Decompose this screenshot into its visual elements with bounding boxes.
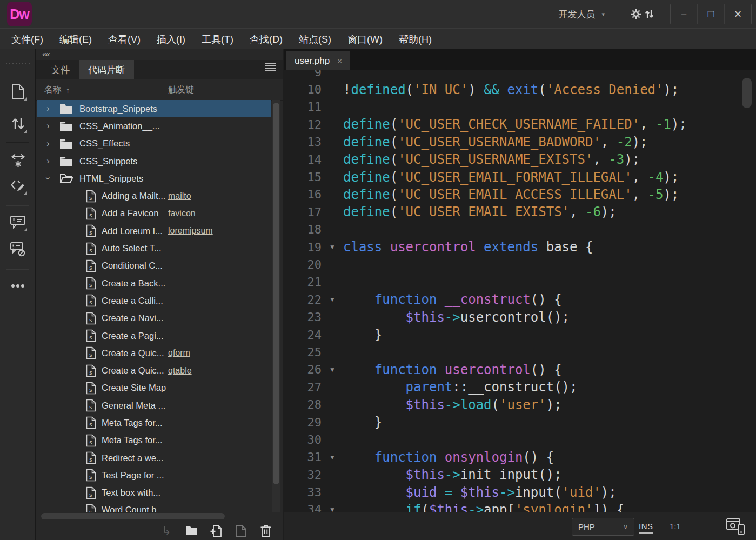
tree-item[interactable]: sCreate a Navi... <box>37 310 271 327</box>
fold-marker-icon[interactable]: ▼ <box>322 366 343 374</box>
minimize-button[interactable]: − <box>671 4 697 24</box>
tree-item[interactable]: sCreate a Pagi... <box>37 327 271 344</box>
tree-item-label: CSS_Animation__... <box>79 121 160 131</box>
code-view[interactable]: 910!defined('IN_UC') && exit('Access Den… <box>284 70 756 512</box>
tree-folder[interactable]: ›Bootstrap_Snippets <box>37 100 271 117</box>
tree-item[interactable]: sMeta Tags for... <box>37 414 271 431</box>
tab-files[interactable]: 文件 <box>42 60 79 79</box>
menu-file[interactable]: 文件(F) <box>3 33 51 46</box>
tree-item[interactable]: sWord Count b... <box>37 502 271 512</box>
tree-item[interactable]: sMeta Tags for... <box>37 432 271 449</box>
code-text: function __construct() { <box>343 292 562 307</box>
folder-icon <box>59 138 73 149</box>
collapse-panel-button[interactable]: «« <box>42 49 49 58</box>
document-tab[interactable]: user.php × <box>286 51 350 70</box>
edit-snippet-icon[interactable] <box>235 524 247 537</box>
tree-item[interactable]: sAuto Select T... <box>37 239 271 257</box>
snippet-file-icon: s <box>86 434 96 447</box>
insert-mode-toggle[interactable]: INS <box>639 522 653 534</box>
remove-comment-icon[interactable] <box>7 238 29 260</box>
tree-folder[interactable]: ›CSS_Animation__... <box>37 117 271 135</box>
tree-item-label: Create a Calli... <box>102 296 163 306</box>
tree-item[interactable]: sGeneral Meta ... <box>37 397 271 414</box>
code-text: define('UC_USER_CHECK_USERNAME_FAILED', … <box>343 117 687 132</box>
menu-view[interactable]: 查看(V) <box>100 33 149 46</box>
sync-settings-button[interactable] <box>626 7 658 21</box>
fold-marker-icon[interactable]: ▼ <box>322 454 343 461</box>
line-number: 33 <box>284 485 322 499</box>
menu-edit[interactable]: 编辑(E) <box>51 33 100 46</box>
tree-folder[interactable]: ›CSS_Snippets <box>37 152 271 170</box>
line-number: 23 <box>284 310 322 324</box>
tree-item[interactable]: sAdd a Faviconfavicon <box>37 205 271 222</box>
tree-item[interactable]: sCreate Site Map <box>37 379 271 397</box>
menu-insert[interactable]: 插入(I) <box>149 33 193 46</box>
tree-item-label: Meta Tags for... <box>102 435 163 445</box>
close-document-icon[interactable]: × <box>337 56 342 65</box>
menu-find[interactable]: 查找(D) <box>242 33 291 46</box>
chevron-down-icon[interactable]: › <box>43 174 53 183</box>
panel-menu-icon[interactable] <box>265 63 276 71</box>
fold-marker-icon[interactable]: ▼ <box>322 296 343 303</box>
comment-icon[interactable] <box>7 211 29 233</box>
new-file-icon[interactable] <box>7 81 29 102</box>
delete-snippet-icon[interactable] <box>259 524 272 537</box>
tree-item[interactable]: sCreate a Calli... <box>37 292 271 309</box>
tree-item-label: Conditional C... <box>102 261 163 271</box>
language-label: PHP <box>578 522 595 531</box>
chevron-right-icon[interactable]: › <box>44 121 52 131</box>
menu-tools[interactable]: 工具(T) <box>193 33 242 46</box>
new-folder-icon[interactable] <box>185 524 198 537</box>
svg-text:s: s <box>89 264 93 271</box>
tree-item[interactable]: sCreate a Back... <box>37 275 271 292</box>
snippet-file-icon: s <box>86 486 96 499</box>
workspace-label: 开发人员 <box>558 8 595 21</box>
tree-item[interactable]: sTest Page for ... <box>37 466 271 484</box>
new-snippet-icon[interactable] <box>210 524 223 537</box>
sort-arrows-icon[interactable] <box>7 113 29 135</box>
snippet-file-icon: s <box>86 242 96 255</box>
wrap-tag-icon[interactable] <box>7 150 29 171</box>
column-name[interactable]: 名称 ↑ <box>44 84 70 96</box>
chevron-right-icon[interactable]: › <box>44 104 52 114</box>
maximize-button[interactable]: □ <box>697 4 724 24</box>
edit-tag-icon[interactable] <box>7 175 29 196</box>
code-text: $uid = $this->input('uid'); <box>343 485 617 500</box>
tree-item[interactable]: sAdding a Mailt...mailto <box>37 187 271 204</box>
preview-in-browser-icon[interactable] <box>726 518 745 535</box>
menu-window[interactable]: 窗口(W) <box>339 33 391 46</box>
insert-snippet-icon[interactable]: ↳ <box>160 524 173 537</box>
tree-item[interactable]: sCreate a Quic...qform <box>37 344 271 362</box>
more-options-icon[interactable] <box>7 275 29 297</box>
code-text: } <box>343 415 382 430</box>
language-select[interactable]: PHP ∨ <box>572 518 634 536</box>
column-trigger[interactable]: 触发键 <box>168 84 194 96</box>
scrollbar-thumb[interactable] <box>273 103 279 484</box>
tree-item[interactable]: sRedirect a we... <box>37 449 271 466</box>
editor-statusbar: PHP ∨ INS 1:1 <box>284 512 756 540</box>
menu-help[interactable]: 帮助(H) <box>391 33 440 46</box>
menu-site[interactable]: 站点(S) <box>291 33 339 46</box>
scrollbar-thumb[interactable] <box>41 513 225 519</box>
tree-item[interactable]: sAdd Loreum I...loremipsum <box>37 222 271 239</box>
snippet-file-icon: s <box>86 259 96 272</box>
tree-item[interactable]: sCreate a Quic...qtable <box>37 362 271 379</box>
panel-vertical-scrollbar[interactable] <box>272 100 280 512</box>
tab-snippets[interactable]: 代码片断 <box>79 60 134 79</box>
tree-item[interactable]: sText box with... <box>37 484 271 502</box>
toolbar-divider <box>6 205 29 205</box>
close-button[interactable]: × <box>724 4 751 24</box>
line-number: 10 <box>284 83 322 96</box>
workspace-switcher[interactable]: 开发人员 ▾ <box>555 6 608 23</box>
chevron-right-icon[interactable]: › <box>44 156 52 166</box>
tree-folder[interactable]: ›HTML_Snippets <box>37 170 271 187</box>
tree-folder[interactable]: ›CSS_Effects <box>37 135 271 152</box>
sync-arrows-icon <box>645 9 654 20</box>
panel-horizontal-scrollbar[interactable] <box>40 512 269 521</box>
editor-scrollbar-thumb[interactable] <box>742 78 752 108</box>
line-number: 24 <box>284 328 322 342</box>
chevron-right-icon[interactable]: › <box>44 139 52 149</box>
fold-marker-icon[interactable]: ▼ <box>322 243 343 251</box>
line-number: 18 <box>284 223 322 236</box>
tree-item[interactable]: sConditional C... <box>37 257 271 275</box>
